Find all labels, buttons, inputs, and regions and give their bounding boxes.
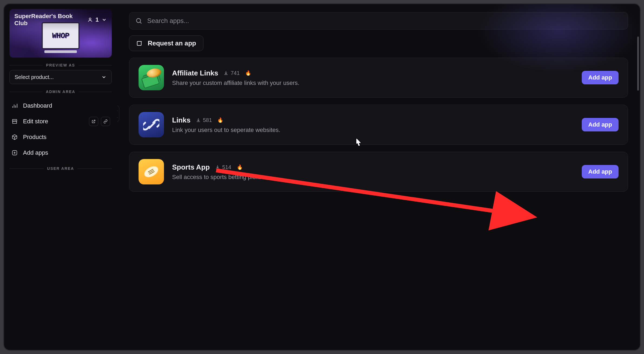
search-icon bbox=[135, 17, 142, 24]
plus-square-icon bbox=[11, 150, 18, 156]
app-description: Share your custom affiliate links with y… bbox=[172, 80, 574, 87]
nav-label: Products bbox=[23, 134, 47, 141]
person-icon bbox=[87, 17, 93, 22]
nav-label: Dashboard bbox=[23, 102, 52, 109]
app-list: Affiliate Links 741 🔥 Share your custom … bbox=[117, 56, 640, 203]
store-icon bbox=[11, 118, 18, 124]
chevron-down-icon bbox=[101, 17, 107, 22]
scrollbar[interactable] bbox=[637, 37, 639, 91]
open-external-button[interactable] bbox=[89, 117, 98, 126]
product-select[interactable]: Select product... bbox=[9, 70, 112, 84]
app-title: Affiliate Links bbox=[172, 69, 218, 77]
nav-label: Edit store bbox=[23, 118, 48, 125]
app-title: Links bbox=[172, 116, 190, 124]
app-icon-sports bbox=[139, 159, 164, 184]
user-section-divider: USER AREA bbox=[9, 166, 112, 171]
search-input[interactable]: Search apps... bbox=[129, 12, 628, 29]
workspace-switcher[interactable]: 1 bbox=[87, 16, 107, 23]
bar-chart-icon bbox=[11, 103, 18, 109]
nav-products[interactable]: Products bbox=[9, 130, 112, 145]
cube-icon bbox=[11, 134, 18, 140]
preview-section-divider: PREVIEW AS bbox=[9, 63, 112, 67]
download-icon bbox=[215, 165, 220, 170]
app-card-sports: Sports App 514 🔥 Sell access to sports b… bbox=[129, 152, 628, 192]
workspace-title: SuperReader's Book Club bbox=[14, 13, 87, 27]
admin-nav: Dashboard Edit store bbox=[9, 98, 112, 160]
admin-section-divider: ADMIN AREA bbox=[9, 90, 112, 94]
fire-icon: 🔥 bbox=[237, 164, 243, 170]
request-app-label: Request an app bbox=[148, 39, 196, 47]
nav-label: Add apps bbox=[23, 149, 48, 156]
search-placeholder: Search apps... bbox=[147, 17, 189, 25]
nav-add-apps[interactable]: Add apps bbox=[9, 145, 112, 160]
member-count: 1 bbox=[96, 16, 99, 23]
app-window: WHOP SuperReader's Book Club 1 PREVIEW A… bbox=[3, 3, 641, 351]
workspace-card[interactable]: WHOP SuperReader's Book Club 1 bbox=[9, 9, 112, 58]
product-select-placeholder: Select product... bbox=[15, 74, 54, 80]
app-title: Sports App bbox=[172, 163, 210, 171]
svg-rect-3 bbox=[137, 41, 141, 45]
svg-point-0 bbox=[89, 18, 91, 20]
main-header: Search apps... Request an app bbox=[117, 4, 640, 56]
workspace-header: SuperReader's Book Club 1 bbox=[9, 9, 112, 31]
add-app-button-links[interactable]: Add app bbox=[582, 118, 619, 131]
main-content: ( Search apps... Request an app bbox=[117, 4, 640, 350]
admin-section-label: ADMIN AREA bbox=[46, 90, 75, 94]
chevron-down-icon bbox=[101, 74, 107, 80]
add-app-button-sports[interactable]: Add app bbox=[582, 165, 619, 178]
fire-icon: 🔥 bbox=[245, 70, 251, 76]
link-icon bbox=[103, 119, 108, 124]
copy-link-button[interactable] bbox=[101, 117, 110, 126]
app-card-affiliate-links: Affiliate Links 741 🔥 Share your custom … bbox=[129, 58, 628, 98]
install-count: 514 bbox=[215, 164, 231, 170]
app-description: Link your users out to seperate websites… bbox=[172, 127, 574, 134]
add-app-button-affiliate[interactable]: Add app bbox=[582, 71, 619, 84]
app-description: Sell access to sports betting picks. bbox=[172, 174, 574, 181]
sparkle-plus-icon bbox=[136, 40, 143, 47]
download-icon bbox=[224, 71, 228, 75]
app-icon-affiliate bbox=[139, 65, 164, 90]
nav-dashboard[interactable]: Dashboard bbox=[9, 98, 112, 113]
install-count: 741 bbox=[224, 70, 239, 76]
nav-edit-store[interactable]: Edit store bbox=[9, 114, 112, 129]
app-card-links: Links 581 🔥 Link your users out to seper… bbox=[129, 105, 628, 145]
install-count: 581 bbox=[196, 117, 212, 123]
preview-section-label: PREVIEW AS bbox=[46, 63, 75, 67]
svg-point-2 bbox=[136, 18, 140, 22]
whop-logo-text: WHOP bbox=[52, 32, 70, 40]
app-icon-links bbox=[139, 112, 164, 137]
external-link-icon bbox=[91, 119, 96, 124]
collapse-handle[interactable]: ( bbox=[117, 105, 119, 122]
user-section-label: USER AREA bbox=[47, 166, 74, 171]
sidebar: WHOP SuperReader's Book Club 1 PREVIEW A… bbox=[4, 4, 117, 350]
download-icon bbox=[196, 118, 201, 123]
fire-icon: 🔥 bbox=[217, 117, 223, 123]
request-app-button[interactable]: Request an app bbox=[129, 35, 203, 51]
